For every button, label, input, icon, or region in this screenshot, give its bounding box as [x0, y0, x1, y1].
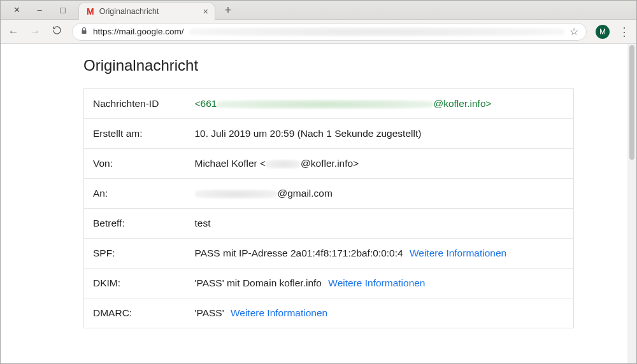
spf-text: PASS mit IP-Adresse 2a01:4f8:171:2baf:0:… [195, 248, 403, 258]
address-bar[interactable]: https://mail.google.com/ ☆ [72, 23, 587, 41]
label-to: An: [84, 179, 186, 209]
label-dkim: DKIM: [84, 269, 186, 298]
value-subject: test [186, 209, 574, 239]
from-redacted [266, 160, 301, 169]
url-text: https://mail.google.com/ [93, 27, 184, 36]
label-dmarc: DMARC: [84, 298, 186, 328]
row-to: An: @gmail.com [84, 179, 574, 209]
lock-icon [80, 27, 88, 37]
browser-toolbar: ← → https://mail.google.com/ ☆ M ⋮ [1, 20, 636, 44]
new-tab-button[interactable]: + [219, 1, 237, 19]
value-to: @gmail.com [186, 179, 574, 209]
value-created: 10. Juli 2019 um 20:59 (Nach 1 Sekunde z… [186, 119, 574, 149]
avatar-initial: M [599, 27, 606, 36]
reload-button[interactable] [50, 25, 63, 39]
value-dkim: 'PASS' mit Domain kofler.info Weitere In… [186, 269, 574, 298]
reload-icon [52, 25, 62, 36]
label-message-id: Nachrichten-ID [84, 89, 186, 119]
tab-strip: M Originalnachricht × + [75, 1, 636, 19]
row-dkim: DKIM: 'PASS' mit Domain kofler.info Weit… [84, 269, 574, 298]
link-dmarc-more-info[interactable]: Weitere Informationen [231, 307, 327, 318]
value-dmarc: 'PASS' Weitere Informationen [186, 298, 574, 328]
row-created: Erstellt am: 10. Juli 2019 um 20:59 (Nac… [84, 119, 574, 149]
label-subject: Betreff: [84, 209, 186, 239]
link-dkim-more-info[interactable]: Weitere Informationen [328, 277, 425, 288]
row-message-id: Nachrichten-ID <661@kofler.info> [84, 89, 574, 119]
bookmark-star-icon[interactable]: ☆ [569, 25, 578, 38]
row-spf: SPF: PASS mit IP-Adresse 2a01:4f8:171:2b… [84, 239, 574, 269]
from-prefix: Michael Kofler < [195, 158, 266, 169]
vertical-scrollbar[interactable] [627, 44, 636, 363]
window-close-icon[interactable]: ✕ [12, 6, 21, 15]
window-controls: ✕ – ◻ [1, 1, 75, 19]
label-created: Erstellt am: [84, 119, 186, 149]
msg-id-redacted [217, 100, 433, 109]
browser-menu-icon[interactable]: ⋮ [619, 25, 630, 39]
page-title: Originalnachricht [83, 57, 627, 74]
value-spf: PASS mit IP-Adresse 2a01:4f8:171:2baf:0:… [186, 239, 574, 269]
msg-id-prefix: <661 [195, 98, 217, 109]
row-subject: Betreff: test [84, 209, 574, 239]
scrollbar-thumb[interactable] [629, 45, 634, 160]
forward-button[interactable]: → [29, 25, 41, 38]
from-suffix: @kofler.info> [301, 158, 359, 169]
to-redacted [195, 190, 278, 199]
url-redacted [189, 27, 564, 36]
page-viewport: Originalnachricht Nachrichten-ID <661@ko… [1, 44, 636, 363]
dmarc-text: 'PASS' [195, 307, 224, 318]
to-suffix: @gmail.com [278, 188, 333, 199]
browser-tab-active[interactable]: M Originalnachricht × [78, 2, 215, 20]
window-maximize-icon[interactable]: ◻ [58, 6, 67, 15]
row-dmarc: DMARC: 'PASS' Weitere Informationen [84, 298, 574, 328]
message-headers-table: Nachrichten-ID <661@kofler.info> Erstell… [83, 88, 574, 328]
page-content: Originalnachricht Nachrichten-ID <661@ko… [1, 44, 627, 363]
back-button[interactable]: ← [7, 25, 20, 38]
value-from: Michael Kofler <@kofler.info> [186, 149, 574, 179]
value-message-id: <661@kofler.info> [186, 89, 574, 119]
tab-close-icon[interactable]: × [203, 6, 208, 17]
row-from: Von: Michael Kofler <@kofler.info> [84, 149, 574, 179]
window-titlebar: ✕ – ◻ M Originalnachricht × + [1, 1, 636, 20]
label-from: Von: [84, 149, 186, 179]
link-spf-more-info[interactable]: Weitere Informationen [410, 248, 506, 258]
msg-id-suffix: @kofler.info> [433, 98, 491, 109]
dkim-text: 'PASS' mit Domain kofler.info [195, 277, 322, 288]
window-minimize-icon[interactable]: – [35, 6, 44, 15]
profile-avatar[interactable]: M [596, 25, 610, 39]
gmail-favicon-icon: M [87, 6, 94, 17]
label-spf: SPF: [84, 239, 186, 269]
tab-title: Originalnachricht [99, 7, 198, 16]
